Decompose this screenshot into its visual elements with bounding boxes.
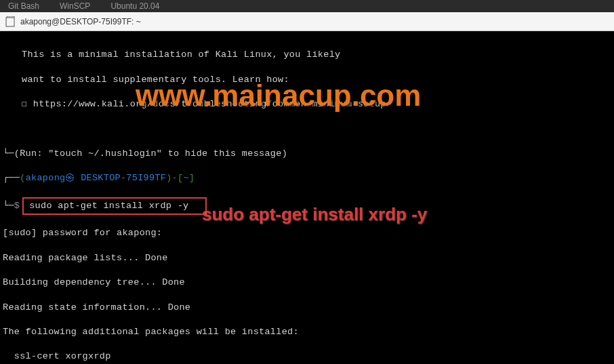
command-highlight-box: sudo apt-get install xrdp -y — [22, 197, 207, 215]
taskbar-item-ubuntu[interactable]: Ubuntu 20.04 — [110, 1, 159, 11]
taskbar: Git Bash WinSCP Ubuntu 20.04 — [0, 0, 614, 12]
taskbar-item-gitbash[interactable]: Git Bash — [8, 1, 39, 11]
terminal-icon — [5, 16, 15, 27]
svg-rect-0 — [6, 18, 14, 26]
window-title-bar[interactable]: akapong@DESKTOP-75I99TF: ~ — [0, 12, 614, 31]
terminal-output[interactable]: This is a minimal installation of Kali L… — [0, 31, 614, 364]
hushlogin-hint: └─(Run: "touch ~/.hushlogin" to hide thi… — [3, 148, 611, 160]
output-line: ssl-cert xorgxrdp — [3, 350, 611, 363]
output-line: Building dependency tree... Done — [3, 277, 611, 289]
motd-line: want to install supplementary tools. Lea… — [22, 74, 611, 86]
sudo-prompt: [sudo] password for akapong: — [3, 227, 611, 239]
motd-line: ☐ https://www.kali.org/docs/troubleshoot… — [22, 98, 611, 110]
output-line: Reading package lists... Done — [3, 252, 611, 264]
prompt-line: ┌──(akapong㉿ DESKTOP-75I99TF)-[~] — [3, 172, 611, 184]
blank-line — [3, 123, 611, 136]
taskbar-item-winscp[interactable]: WinSCP — [60, 1, 90, 11]
output-line: The following additional packages will b… — [3, 326, 611, 338]
output-line: Reading state information... Done — [3, 302, 611, 314]
command-line: └─$sudo apt-get install xrdp -y — [3, 197, 611, 215]
window-title: akapong@DESKTOP-75I99TF: ~ — [20, 17, 141, 26]
motd-line: This is a minimal installation of Kali L… — [22, 49, 611, 61]
